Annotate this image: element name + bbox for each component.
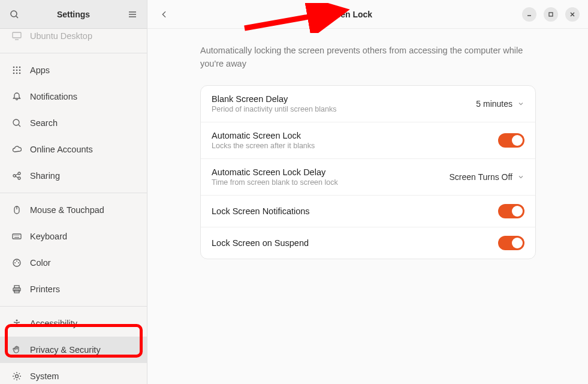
svg-point-16 [13, 119, 19, 125]
svg-point-33 [16, 260, 17, 262]
sidebar-item-accessibility[interactable]: Accessibility [0, 310, 147, 337]
row-title: Lock Screen on Suspend [212, 238, 498, 248]
main-menu-button[interactable] [125, 7, 140, 22]
svg-point-11 [16, 70, 18, 71]
sidebar-search-button[interactable] [7, 7, 22, 22]
row-labels: Lock Screen Notifications [212, 206, 498, 216]
svg-rect-30 [19, 235, 19, 236]
display-icon [12, 31, 22, 41]
sidebar-list[interactable]: Ubuntu Desktop Apps Notifications Search… [0, 29, 147, 384]
sidebar-item-notifications[interactable]: Notifications [0, 83, 147, 110]
mouse-icon [12, 205, 22, 215]
sidebar-item-system[interactable]: System [0, 363, 147, 384]
minimize-button[interactable] [522, 7, 536, 22]
row-desc: Time from screen blank to screen lock [212, 178, 449, 187]
sidebar-item-label: Search [30, 118, 58, 128]
divider [0, 193, 147, 193]
svg-point-7 [13, 67, 15, 68]
svg-point-32 [13, 259, 20, 266]
row-title: Lock Screen Notifications [212, 206, 498, 216]
hand-icon [12, 345, 22, 355]
back-button[interactable] [156, 6, 173, 23]
svg-point-35 [14, 262, 16, 263]
content-area: Automatically locking the screen prevent… [147, 29, 588, 384]
svg-rect-42 [549, 13, 553, 16]
row-value: Screen Turns Off [449, 172, 512, 182]
printer-icon [12, 284, 22, 294]
hamburger-icon [128, 10, 137, 19]
accessibility-icon [12, 319, 22, 328]
keyboard-icon [12, 232, 22, 241]
row-labels: Automatic Screen Lock Delay Time from sc… [212, 167, 449, 187]
svg-line-22 [16, 176, 18, 178]
row-labels: Blank Screen Delay Period of inactivity … [212, 94, 476, 113]
svg-point-34 [18, 262, 19, 263]
maximize-button[interactable] [544, 7, 558, 22]
sidebar-item-search[interactable]: Search [0, 110, 147, 136]
sidebar-item-printers[interactable]: Printers [0, 276, 147, 302]
row-automatic-screen-lock: Automatic Screen Lock Locks the screen a… [201, 122, 535, 159]
sidebar-header: Settings [0, 0, 147, 29]
sidebar-item-label: Notifications [30, 92, 77, 101]
divider [0, 306, 147, 307]
sidebar: Settings Ubuntu Desktop Apps Notificatio… [0, 0, 147, 384]
sidebar-item-label: Privacy & Security [30, 345, 101, 355]
svg-point-12 [19, 70, 21, 71]
sidebar-title: Settings [22, 10, 125, 19]
main-panel: Screen Lock Automatically locking the sc… [147, 0, 588, 384]
row-title: Automatic Screen Lock [212, 131, 498, 140]
sidebar-item-label: System [30, 371, 59, 381]
gear-icon [12, 371, 22, 381]
maximize-icon [548, 11, 554, 17]
minimize-icon [526, 11, 532, 17]
search-icon [10, 10, 19, 19]
sidebar-item-color[interactable]: Color [0, 250, 147, 276]
sidebar-item-ubuntu-desktop[interactable]: Ubuntu Desktop [0, 29, 147, 49]
sidebar-item-privacy-security[interactable]: Privacy & Security [0, 337, 147, 363]
svg-point-15 [19, 73, 21, 74]
close-button[interactable] [565, 7, 580, 22]
row-desc: Locks the screen after it blanks [212, 142, 498, 150]
svg-point-13 [13, 73, 15, 74]
automatic-screen-lock-toggle[interactable] [498, 133, 524, 148]
cloud-icon [12, 145, 22, 154]
svg-point-18 [18, 172, 20, 175]
svg-point-20 [18, 177, 20, 179]
sidebar-item-label: Printers [30, 284, 60, 294]
svg-rect-26 [14, 235, 14, 236]
row-labels: Lock Screen on Suspend [212, 238, 498, 248]
svg-rect-5 [13, 32, 21, 38]
svg-rect-37 [14, 286, 19, 288]
lock-screen-notifications-toggle[interactable] [498, 204, 524, 218]
lock-screen-on-suspend-toggle[interactable] [498, 236, 524, 250]
svg-point-14 [16, 73, 18, 74]
svg-line-17 [19, 125, 20, 127]
chevron-left-icon [160, 10, 168, 19]
sidebar-item-keyboard[interactable]: Keyboard [0, 223, 147, 250]
row-lock-screen-notifications: Lock Screen Notifications [201, 196, 535, 227]
sidebar-item-sharing[interactable]: Sharing [0, 163, 147, 189]
svg-point-39 [16, 320, 18, 322]
svg-point-9 [19, 67, 21, 68]
sidebar-item-label: Apps [30, 65, 50, 75]
bell-icon [12, 92, 22, 101]
color-icon [12, 258, 22, 268]
divider [0, 53, 147, 53]
chevron-down-icon [517, 100, 524, 107]
svg-point-8 [16, 67, 18, 68]
sidebar-item-label: Ubuntu Desktop [30, 31, 92, 41]
sidebar-item-mouse-touchpad[interactable]: Mouse & Touchpad [0, 197, 147, 223]
row-blank-screen-delay[interactable]: Blank Screen Delay Period of inactivity … [201, 86, 535, 122]
page-subtitle: Automatically locking the screen prevent… [200, 44, 536, 71]
row-automatic-screen-lock-delay[interactable]: Automatic Screen Lock Delay Time from sc… [201, 159, 535, 196]
sidebar-item-online-accounts[interactable]: Online Accounts [0, 136, 147, 163]
svg-rect-31 [14, 237, 19, 238]
svg-line-21 [16, 174, 18, 175]
sidebar-item-label: Color [30, 258, 51, 268]
row-title: Automatic Screen Lock Delay [212, 167, 449, 177]
row-lock-screen-on-suspend: Lock Screen on Suspend [201, 227, 535, 259]
sidebar-item-label: Keyboard [30, 232, 67, 241]
row-title: Blank Screen Delay [212, 94, 476, 104]
svg-rect-27 [15, 235, 16, 236]
sidebar-item-apps[interactable]: Apps [0, 57, 147, 83]
